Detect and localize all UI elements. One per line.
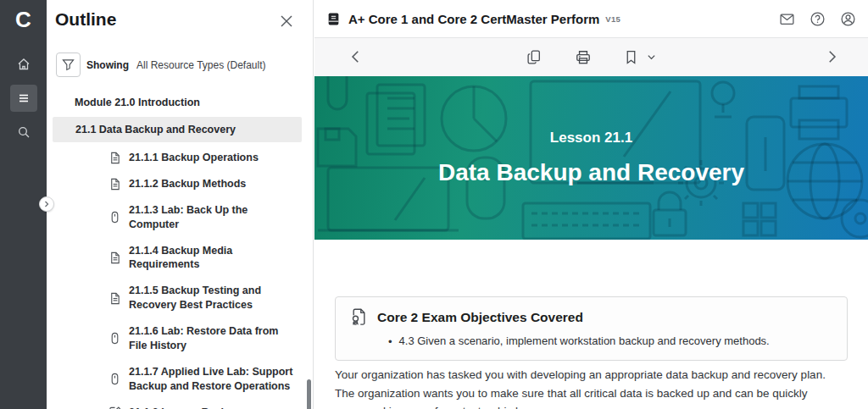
mail-icon[interactable] [779, 11, 795, 27]
lab-mouse-icon [108, 211, 121, 224]
funnel-icon [62, 58, 75, 71]
filter-value: All Resource Types (Default) [136, 59, 266, 71]
certificate-icon [349, 307, 369, 327]
tree-item-topic[interactable]: 21.1.6 Lab: Restore Data from File Histo… [47, 318, 314, 359]
tree-item-topic[interactable]: 21.1.1 Backup Operations [47, 145, 314, 171]
rail-home-button[interactable] [10, 51, 37, 78]
comptia-logo: C [0, 0, 47, 39]
lesson-intro-paragraph: Your organization has tasked you with de… [335, 366, 845, 409]
account-icon[interactable] [840, 11, 856, 27]
close-icon[interactable] [279, 14, 296, 30]
course-title: A+ Core 1 and Core 2 CertMaster Perform [348, 12, 599, 26]
rail-search-button[interactable] [10, 119, 37, 146]
document-icon [108, 292, 121, 305]
panel-collapse-toggle[interactable] [39, 196, 54, 212]
hero-lesson-title: Data Backup and Recovery [438, 159, 744, 186]
search-icon [17, 125, 31, 139]
document-icon [108, 251, 121, 264]
document-icon [108, 178, 121, 191]
lab-mouse-icon [108, 373, 121, 385]
bookmark-icon[interactable] [624, 50, 638, 64]
outline-title: Outline [55, 9, 116, 30]
filter-showing-label: Showing [86, 59, 129, 71]
bullet-dot: • [388, 334, 392, 350]
tree-item-module[interactable]: Module 21.0 Introduction [47, 91, 314, 114]
objective-item: 4.3 Given a scenario, implement workstat… [399, 334, 770, 350]
menu-icon [17, 91, 31, 105]
tree-item-topic[interactable]: 21.1.3 Lab: Back Up the Computer [47, 197, 314, 238]
tree-item-topic[interactable]: 21.1.5 Backup Testing and Recovery Best … [47, 278, 314, 318]
tree-item-topic[interactable]: 21.1.4 Backup Media Requirements [47, 238, 314, 279]
course-header: A+ Core 1 and Core 2 CertMaster Perform … [314, 0, 868, 38]
next-page-icon[interactable] [824, 49, 839, 68]
hero-lesson-number: Lesson 21.1 [550, 130, 632, 146]
outline-tree: Module 21.0 Introduction 21.1 Data Backu… [47, 91, 314, 409]
chevron-down-icon[interactable] [647, 53, 656, 62]
filter-button[interactable] [56, 53, 81, 77]
help-icon[interactable] [810, 11, 826, 27]
main-content: A+ Core 1 and Core 2 CertMaster Perform … [314, 0, 868, 409]
lab-mouse-icon [108, 332, 121, 345]
lesson-toolbar [314, 38, 868, 76]
course-version: V15 [605, 14, 620, 24]
tree-item-topic[interactable]: 21.1.2 Backup Methods [47, 171, 314, 197]
outline-panel: Outline Showing All Resource Types (Defa… [47, 0, 314, 409]
rail-outline-button[interactable] [10, 85, 37, 112]
chevron-right-icon [43, 201, 50, 207]
document-icon [108, 152, 121, 164]
home-icon [17, 58, 31, 71]
callout-title: Core 2 Exam Objectives Covered [377, 310, 583, 325]
copy-icon[interactable] [526, 49, 542, 65]
edit-review-icon [108, 406, 121, 409]
tree-item-topic[interactable]: 21.1.7 Applied Live Lab: Support Backup … [47, 359, 314, 400]
tree-item-topic[interactable]: 21.1.8 Lesson Review [47, 400, 314, 409]
hero-banner: Lesson 21.1 Data Backup and Recovery [314, 76, 868, 240]
print-icon[interactable] [575, 49, 592, 66]
exam-objectives-callout: Core 2 Exam Objectives Covered • 4.3 Giv… [335, 296, 848, 361]
book-icon [326, 12, 341, 26]
outline-scrollbar-thumb[interactable] [307, 379, 311, 409]
tree-item-lesson-selected[interactable]: 21.1 Data Backup and Recovery [53, 117, 302, 142]
